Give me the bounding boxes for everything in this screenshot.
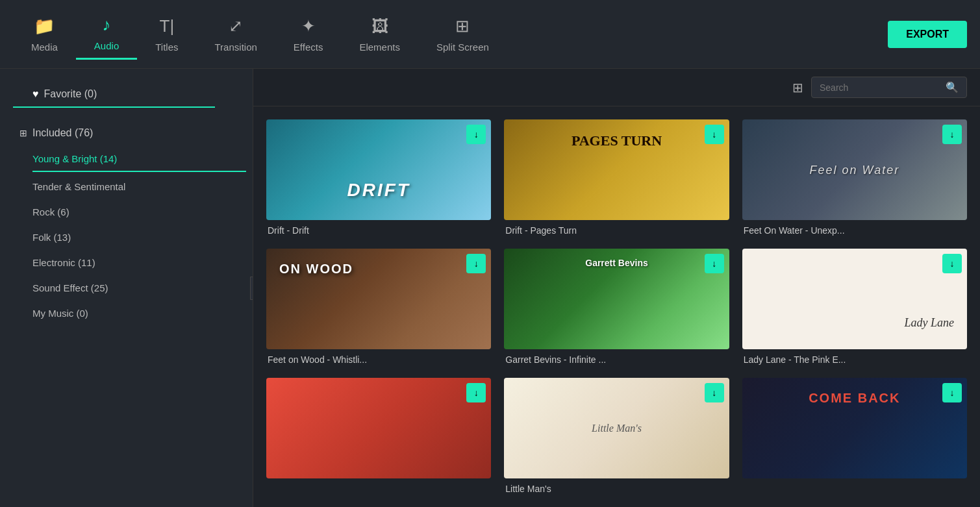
grid-thumb-drift-drift: ↓ bbox=[266, 119, 491, 220]
export-button[interactable]: EXPORT bbox=[888, 21, 967, 48]
nav-label-audio: Audio bbox=[94, 40, 119, 51]
sidebar-collapse-button[interactable]: ◀ bbox=[250, 277, 253, 300]
grid-item-row3-1[interactable]: ↓ bbox=[266, 378, 491, 494]
titles-icon: T| bbox=[160, 16, 175, 36]
heart-icon: ♥ bbox=[32, 88, 39, 100]
sidebar-item-young-bright[interactable]: Young & Bright (14) bbox=[32, 147, 246, 172]
nav-label-split-screen: Split Screen bbox=[436, 42, 489, 53]
sidebar-item-folk[interactable]: Folk (13) bbox=[0, 225, 253, 249]
sidebar-section-included[interactable]: ⊞ Included (76) bbox=[0, 121, 253, 145]
grid-thumb-row3-1: ↓ bbox=[266, 378, 491, 478]
nav-item-split-screen[interactable]: ⊞ Split Screen bbox=[418, 10, 507, 59]
audio-grid: ↓Drift - Drift↓Drift - Pages Turn↓Feet O… bbox=[253, 106, 980, 507]
grid-item-row3-3[interactable]: ↓ bbox=[742, 378, 967, 494]
grid-thumb-lady-lane: ↓ bbox=[742, 249, 967, 349]
transition-icon: ⤢ bbox=[229, 16, 243, 36]
grid-item-feet-water[interactable]: ↓Feet On Water - Unexp... bbox=[742, 119, 967, 236]
top-navigation: 📁 Media ♪ Audio T| Titles ⤢ Transition ✦… bbox=[0, 0, 980, 69]
download-badge-lady-lane[interactable]: ↓ bbox=[942, 254, 962, 273]
included-label: Included (76) bbox=[32, 127, 93, 139]
grid-item-garret-bevins[interactable]: ↓Garret Bevins - Infinite ... bbox=[504, 249, 729, 365]
content-area: ⊞ 🔍 ↓Drift - Drift↓Drift - Pages Turn↓Fe… bbox=[253, 69, 980, 507]
grid-item-drift-drift[interactable]: ↓Drift - Drift bbox=[266, 119, 491, 236]
grid-item-lady-lane[interactable]: ↓Lady Lane - The Pink E... bbox=[742, 249, 967, 365]
favorite-label: Favorite (0) bbox=[44, 88, 97, 100]
download-badge-row3-2[interactable]: ↓ bbox=[705, 383, 724, 402]
grid-icon: ⊞ bbox=[19, 128, 27, 138]
nav-label-titles: Titles bbox=[155, 42, 178, 53]
grid-thumb-feet-water: ↓ bbox=[742, 119, 967, 220]
sidebar-item-electronic[interactable]: Electronic (11) bbox=[0, 251, 253, 275]
media-icon: 📁 bbox=[34, 16, 55, 36]
download-badge-feet-water[interactable]: ↓ bbox=[942, 125, 962, 144]
nav-item-titles[interactable]: T| Titles bbox=[137, 10, 196, 59]
nav-item-effects[interactable]: ✦ Effects bbox=[275, 10, 342, 59]
search-input[interactable] bbox=[820, 82, 940, 93]
main-content: ♥ Favorite (0) ⊞ Included (76) Young & B… bbox=[0, 69, 980, 507]
nav-item-elements[interactable]: 🖼 Elements bbox=[341, 10, 418, 59]
split-screen-icon: ⊞ bbox=[455, 16, 470, 36]
nav-label-media: Media bbox=[31, 42, 58, 53]
sidebar-item-sound-effect[interactable]: Sound Effect (25) bbox=[0, 276, 253, 300]
sidebar-item-favorite[interactable]: ♥ Favorite (0) bbox=[13, 82, 215, 108]
grid-item-drift-pages-turn[interactable]: ↓Drift - Pages Turn bbox=[504, 119, 729, 236]
grid-view-icon[interactable]: ⊞ bbox=[792, 80, 803, 95]
grid-label-drift-pages-turn: Drift - Pages Turn bbox=[504, 225, 729, 236]
nav-item-transition[interactable]: ⤢ Transition bbox=[197, 10, 275, 59]
grid-label-drift-drift: Drift - Drift bbox=[266, 225, 491, 236]
download-badge-drift-pages-turn[interactable]: ↓ bbox=[705, 125, 724, 144]
nav-label-effects: Effects bbox=[294, 42, 323, 53]
download-badge-row3-1[interactable]: ↓ bbox=[466, 383, 486, 402]
nav-item-audio[interactable]: ♪ Audio bbox=[76, 8, 137, 60]
grid-thumb-row3-2: ↓ bbox=[504, 378, 729, 478]
search-icon: 🔍 bbox=[946, 81, 959, 93]
grid-label-lady-lane: Lady Lane - The Pink E... bbox=[742, 354, 967, 365]
download-badge-drift-drift[interactable]: ↓ bbox=[466, 125, 486, 144]
grid-thumb-drift-pages-turn: ↓ bbox=[504, 119, 729, 220]
elements-icon: 🖼 bbox=[371, 16, 388, 36]
grid-label-garret-bevins: Garret Bevins - Infinite ... bbox=[504, 354, 729, 365]
grid-item-feet-on-wood[interactable]: ↓Feet on Wood - Whistli... bbox=[266, 249, 491, 365]
download-badge-feet-on-wood[interactable]: ↓ bbox=[466, 254, 486, 273]
grid-thumb-feet-on-wood: ↓ bbox=[266, 249, 491, 349]
download-badge-garret-bevins[interactable]: ↓ bbox=[705, 254, 724, 273]
nav-label-elements: Elements bbox=[359, 42, 400, 53]
download-badge-row3-3[interactable]: ↓ bbox=[942, 383, 962, 402]
grid-thumb-garret-bevins: ↓ bbox=[504, 249, 729, 349]
sidebar-item-rock[interactable]: Rock (6) bbox=[0, 200, 253, 224]
grid-thumb-row3-3: ↓ bbox=[742, 378, 967, 478]
grid-item-row3-2[interactable]: ↓Little Man's bbox=[504, 378, 729, 494]
search-box[interactable]: 🔍 bbox=[811, 77, 967, 98]
effects-icon: ✦ bbox=[301, 16, 316, 36]
sidebar-item-my-music[interactable]: My Music (0) bbox=[0, 301, 253, 325]
grid-label-feet-water: Feet On Water - Unexp... bbox=[742, 225, 967, 236]
nav-label-transition: Transition bbox=[215, 42, 257, 53]
grid-label-feet-on-wood: Feet on Wood - Whistli... bbox=[266, 354, 491, 365]
content-toolbar: ⊞ 🔍 bbox=[253, 69, 980, 106]
grid-label-row3-2: Little Man's bbox=[504, 484, 729, 494]
sidebar-item-tender[interactable]: Tender & Sentimental bbox=[0, 175, 253, 199]
audio-icon: ♪ bbox=[103, 15, 111, 35]
sidebar: ♥ Favorite (0) ⊞ Included (76) Young & B… bbox=[0, 69, 253, 507]
nav-item-media[interactable]: 📁 Media bbox=[13, 10, 76, 59]
